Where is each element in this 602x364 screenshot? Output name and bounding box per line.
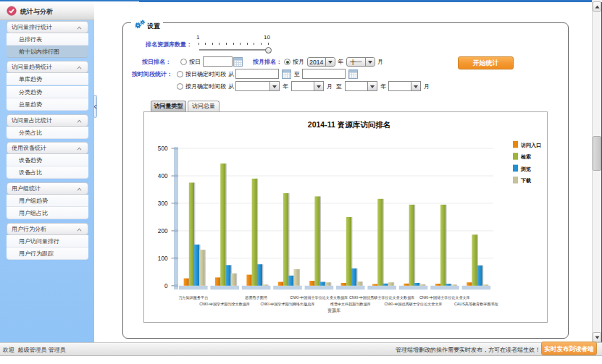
svg-text:维普中文科技期刊数据库: 维普中文科技期刊数据库 — [330, 301, 371, 306]
svg-text:300: 300 — [158, 200, 168, 206]
svg-text:万方知识服务平台: 万方知识服务平台 — [178, 295, 208, 300]
svg-text:浏览: 浏览 — [520, 165, 531, 172]
svg-text:CNKI-中国学术期刊全文数据库: CNKI-中国学术期刊全文数据库 — [199, 301, 250, 306]
svg-text:CNKI-中国学术期刊网络出版总库: CNKI-中国学术期刊网络出版总库 — [261, 301, 315, 306]
svg-text:资源库: 资源库 — [327, 308, 340, 313]
svg-text:CNKI-中国博士学位论文全文库: CNKI-中国博士学位论文全文库 — [419, 295, 470, 299]
svg-text:下载: 下载 — [520, 178, 531, 184]
svg-text:超星电子图书: 超星电子图书 — [245, 295, 267, 300]
svg-text:CALIS高等教育数字图书馆: CALIS高等教育数字图书馆 — [454, 301, 498, 306]
svg-text:CNKI-中国优秀硕士学位论文全文库: CNKI-中国优秀硕士学位论文全文库 — [385, 301, 443, 306]
svg-text:400: 400 — [158, 172, 168, 179]
svg-text:500: 500 — [158, 145, 168, 151]
svg-text:100: 100 — [158, 255, 168, 261]
svg-text:CNKI-中国优秀硕士学位论文全文数据库: CNKI-中国优秀硕士学位论文全文数据库 — [349, 295, 414, 300]
svg-text:0: 0 — [164, 282, 168, 289]
svg-text:2014-11 资源库访问排名: 2014-11 资源库访问排名 — [308, 120, 390, 129]
svg-text:CNKI-中国博士学位论文全文数据库: CNKI-中国博士学位论文全文数据库 — [290, 295, 348, 300]
svg-text:访问入口: 访问入口 — [520, 141, 541, 148]
svg-text:检索: 检索 — [520, 153, 531, 160]
svg-text:200: 200 — [158, 227, 168, 234]
